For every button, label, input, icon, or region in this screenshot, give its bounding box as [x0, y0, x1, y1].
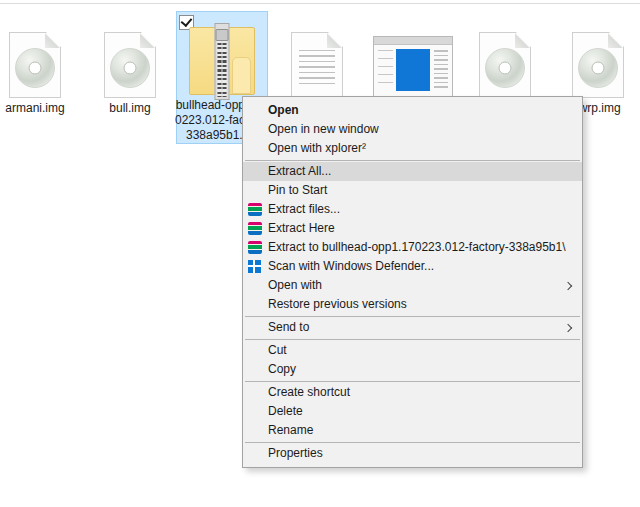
- page-fold-icon: [140, 33, 155, 48]
- sidebar-lines: [378, 50, 393, 88]
- menu-item-open-with[interactable]: Open with: [243, 276, 582, 295]
- winrar-icon: [248, 222, 262, 235]
- menu-item-copy[interactable]: Copy: [243, 360, 582, 379]
- header-divider: [0, 3, 640, 4]
- menu-item-restore-previous-versions[interactable]: Restore previous versions: [243, 295, 582, 314]
- winrar-icon: [248, 203, 262, 216]
- file-icon-box: [9, 14, 61, 98]
- menu-item-pin-to-start[interactable]: Pin to Start: [243, 181, 582, 200]
- page-fold-icon: [45, 33, 60, 48]
- text-document-icon: [291, 32, 343, 98]
- text-lines: [434, 50, 448, 90]
- menu-item-rename[interactable]: Rename: [243, 421, 582, 440]
- file-tile-bull[interactable]: bull.img: [85, 14, 175, 116]
- file-label: armani.img: [5, 101, 64, 116]
- submenu-arrow-icon: [564, 282, 572, 290]
- file-tile-application[interactable]: [368, 14, 458, 98]
- menu-item-open-with-xplorer2[interactable]: Open with xplorer²: [243, 139, 582, 158]
- file-icon-box: [479, 14, 531, 98]
- zipper-slider: [216, 29, 229, 41]
- page-fold-icon: [515, 33, 530, 48]
- folder-tab: [232, 57, 251, 94]
- file-icon-box: [189, 12, 255, 95]
- zipper-teeth: [223, 38, 227, 97]
- file-icon-box: [291, 14, 343, 98]
- menu-item-create-shortcut[interactable]: Create shortcut: [243, 383, 582, 402]
- menu-separator: [245, 381, 580, 382]
- blue-pane: [396, 49, 430, 91]
- text-lines: [299, 50, 335, 88]
- menu-item-properties[interactable]: Properties: [243, 444, 582, 463]
- disc-image-icon: [9, 32, 61, 98]
- file-icon-box: [572, 14, 624, 98]
- page-fold-icon: [327, 33, 342, 48]
- menu-item-extract-files[interactable]: Extract files...: [243, 200, 582, 219]
- menu-separator: [245, 160, 580, 161]
- file-icon-box: [373, 14, 453, 98]
- menu-item-extract-all[interactable]: Extract All...: [243, 162, 582, 181]
- menu-item-open[interactable]: Open: [243, 101, 582, 120]
- cd-disc-icon: [110, 48, 150, 88]
- menu-item-cut[interactable]: Cut: [243, 341, 582, 360]
- winrar-icon: [248, 241, 262, 254]
- page-fold-icon: [608, 33, 623, 48]
- disc-image-icon: [572, 32, 624, 98]
- menu-item-extract-here[interactable]: Extract Here: [243, 219, 582, 238]
- cd-disc-icon: [485, 48, 525, 88]
- menu-item-open-in-new-window[interactable]: Open in new window: [243, 120, 582, 139]
- titlebar: [374, 37, 452, 45]
- menu-separator: [245, 442, 580, 443]
- menu-item-delete[interactable]: Delete: [243, 402, 582, 421]
- menu-separator: [245, 316, 580, 317]
- file-tile-text-document[interactable]: [272, 14, 362, 98]
- zip-folder-icon: [189, 27, 255, 95]
- menu-item-extract-to-folder[interactable]: Extract to bullhead-opp1.170223.012-fact…: [243, 238, 582, 257]
- application-window-icon: [373, 36, 453, 98]
- defender-icon: [248, 260, 261, 273]
- file-tile-disc-5[interactable]: [460, 14, 550, 98]
- menu-item-send-to[interactable]: Send to: [243, 318, 582, 337]
- disc-image-icon: [479, 32, 531, 98]
- file-icon-box: [104, 14, 156, 98]
- file-tile-armani[interactable]: armani.img: [0, 14, 80, 116]
- cd-disc-icon: [15, 48, 55, 88]
- menu-separator: [245, 339, 580, 340]
- menu-item-scan-with-windows-defender[interactable]: Scan with Windows Defender...: [243, 257, 582, 276]
- submenu-arrow-icon: [564, 324, 572, 332]
- file-label: bull.img: [109, 101, 150, 116]
- zipper-teeth: [218, 38, 222, 97]
- disc-image-icon: [104, 32, 156, 98]
- cd-disc-icon: [578, 48, 618, 88]
- context-menu: Open Open in new window Open with xplore…: [242, 96, 583, 468]
